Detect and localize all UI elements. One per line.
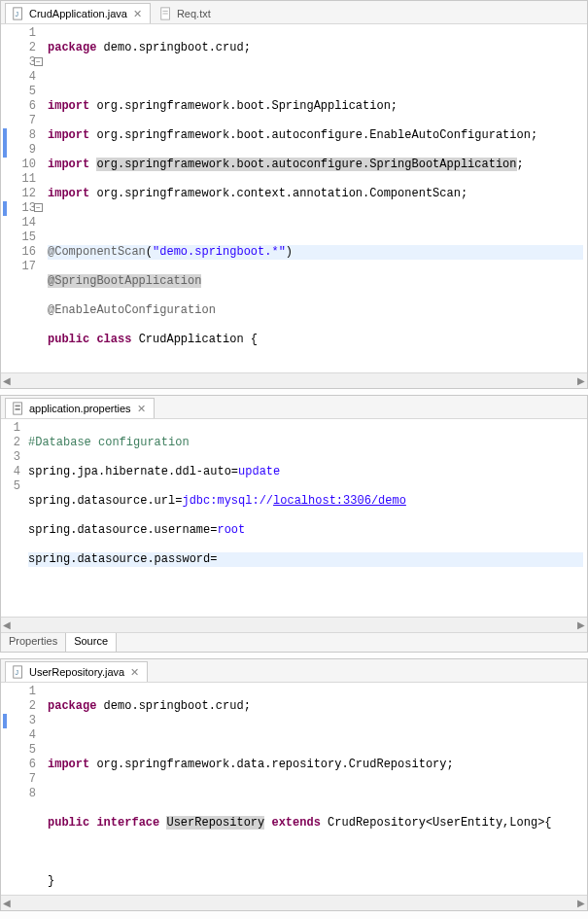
tab-crudapplication[interactable]: J CrudApplication.java ✕ xyxy=(5,3,151,23)
tab-label: UserRepository.java xyxy=(29,666,124,678)
code-area[interactable]: 1 2 3 4 5 6 7 8 package demo.springboot.… xyxy=(1,683,587,895)
code-content[interactable]: package demo.springboot.crud; import org… xyxy=(44,683,587,895)
horizontal-scrollbar[interactable]: ◀ ▶ xyxy=(1,617,587,632)
scroll-left-icon[interactable]: ◀ xyxy=(3,619,11,630)
line-gutter: 1 2 3− 4 5 6 7 8 9 10 11 12 13− 14 15 16… xyxy=(1,24,44,372)
close-icon[interactable]: ✕ xyxy=(128,666,141,679)
tab-application-properties[interactable]: application.properties ✕ xyxy=(5,398,155,418)
horizontal-scrollbar[interactable]: ◀ ▶ xyxy=(1,372,587,388)
tab-label: CrudApplication.java xyxy=(29,8,127,19)
tab-bar: application.properties ✕ xyxy=(1,396,587,419)
fold-icon[interactable]: − xyxy=(34,203,43,212)
text-file-icon xyxy=(159,7,173,20)
line-gutter: 1 2 3 4 5 xyxy=(1,419,24,617)
tab-label: Req.txt xyxy=(177,8,211,19)
tab-label: application.properties xyxy=(29,403,131,414)
marker-icon xyxy=(3,201,7,216)
tab-bar: J UserRepository.java ✕ xyxy=(1,659,587,683)
svg-text:J: J xyxy=(16,669,19,676)
java-file-icon: J xyxy=(12,665,25,679)
properties-file-icon xyxy=(12,402,25,415)
svg-rect-7 xyxy=(16,408,20,410)
code-area[interactable]: 1 2 3 4 5 #Database configuration spring… xyxy=(1,419,587,617)
marker-icon xyxy=(3,128,7,143)
close-icon[interactable]: ✕ xyxy=(131,8,144,20)
marker-icon xyxy=(3,143,7,158)
marker-icon xyxy=(3,714,7,728)
svg-text:J: J xyxy=(16,11,19,18)
scroll-left-icon[interactable]: ◀ xyxy=(3,898,11,908)
sub-tab-bar: Properties Source xyxy=(1,632,587,652)
java-file-icon: J xyxy=(12,7,25,20)
svg-rect-6 xyxy=(16,406,20,407)
code-content[interactable]: #Database configuration spring.jpa.hiber… xyxy=(24,419,587,617)
fold-icon[interactable]: − xyxy=(34,57,43,66)
sub-tab-source[interactable]: Source xyxy=(66,633,117,652)
code-area[interactable]: 1 2 3− 4 5 6 7 8 9 10 11 12 13− 14 15 16… xyxy=(1,24,587,372)
editor-panel-userrepository: J UserRepository.java ✕ 1 2 3 4 5 6 7 8 … xyxy=(0,658,588,911)
scroll-right-icon[interactable]: ▶ xyxy=(577,898,585,908)
scroll-left-icon[interactable]: ◀ xyxy=(3,375,11,386)
horizontal-scrollbar[interactable]: ◀ ▶ xyxy=(1,895,587,910)
tab-reqtxt[interactable]: Req.txt xyxy=(153,3,218,23)
tab-userrepository[interactable]: J UserRepository.java ✕ xyxy=(5,661,148,682)
scroll-right-icon[interactable]: ▶ xyxy=(577,619,585,630)
code-content[interactable]: package demo.springboot.crud; import org… xyxy=(44,24,587,372)
scroll-right-icon[interactable]: ▶ xyxy=(577,375,585,386)
editor-panel-properties: application.properties ✕ 1 2 3 4 5 #Data… xyxy=(0,395,588,653)
line-gutter: 1 2 3 4 5 6 7 8 xyxy=(1,683,44,895)
close-icon[interactable]: ✕ xyxy=(135,403,148,415)
sub-tab-properties[interactable]: Properties xyxy=(1,633,66,652)
tab-bar: J CrudApplication.java ✕ Req.txt xyxy=(1,1,587,24)
editor-panel-crudapplication: J CrudApplication.java ✕ Req.txt 1 2 3− … xyxy=(0,0,588,389)
